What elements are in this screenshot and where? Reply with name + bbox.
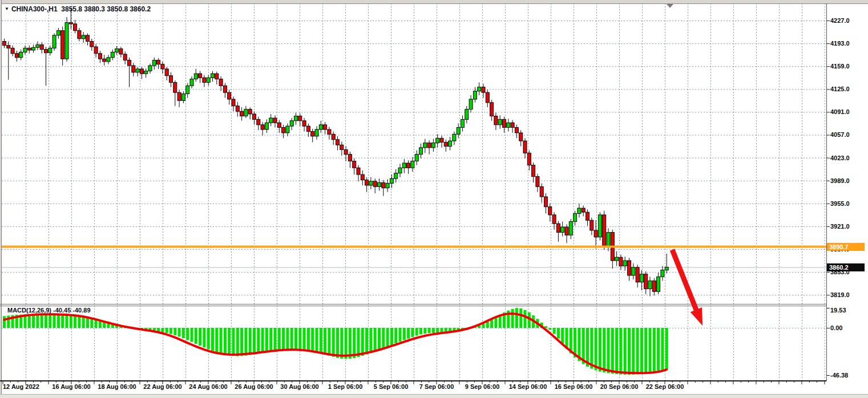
- macd-bar: [349, 328, 352, 359]
- bull-candle: [115, 49, 119, 52]
- bear-candle: [482, 87, 485, 92]
- bull-candle: [378, 182, 381, 186]
- macd-bar: [269, 328, 272, 351]
- bear-candle: [328, 129, 331, 134]
- bull-candle: [390, 178, 393, 183]
- macd-bar: [407, 328, 410, 339]
- macd-bar: [519, 308, 522, 328]
- bear-candle: [503, 119, 506, 127]
- macd-bar: [644, 328, 647, 373]
- macd-bar: [32, 314, 35, 328]
- bear-candle: [3, 42, 6, 46]
- price-tick-label: 3819.0: [830, 291, 867, 299]
- bear-candle: [348, 155, 352, 161]
- bear-candle: [353, 161, 356, 168]
- time-tick-label: 22 Aug 06:00: [137, 383, 188, 390]
- bear-candle: [253, 114, 256, 119]
- bear-candle: [61, 31, 64, 59]
- bull-candle: [269, 118, 273, 123]
- bear-candle: [340, 145, 344, 149]
- bear-candle: [527, 153, 531, 165]
- bull-candle: [640, 274, 643, 282]
- macd-bar: [228, 328, 231, 355]
- bear-candle: [86, 35, 90, 42]
- price-tick-label: 4193.0: [830, 39, 867, 47]
- bear-candle: [128, 60, 131, 66]
- price-tick-label: 3921.0: [830, 222, 867, 230]
- macd-bar: [70, 315, 72, 328]
- bear-candle: [199, 74, 202, 78]
- macd-bar: [78, 316, 80, 328]
- time-tick-label: 16 Sep 06:00: [548, 383, 599, 390]
- macd-bar: [428, 328, 431, 333]
- bull-candle: [473, 91, 477, 99]
- bear-candle: [203, 78, 206, 82]
- bear-candle: [494, 116, 498, 124]
- time-tick-label: 18 Aug 06:00: [91, 383, 143, 390]
- bull-candle: [402, 163, 406, 168]
- bear-candle: [582, 208, 585, 212]
- bear-candle: [336, 140, 340, 145]
- price-tick-label: 4057.0: [830, 131, 867, 139]
- bull-candle: [598, 215, 601, 237]
- chart-shift-triangle-icon[interactable]: [667, 4, 673, 8]
- bear-candle: [590, 220, 594, 230]
- macd-bar: [182, 328, 185, 338]
- price-tick-label: 3955.0: [830, 200, 867, 208]
- macd-bar: [236, 328, 239, 356]
- bear-candle: [440, 138, 443, 142]
- macd-bar: [232, 328, 235, 356]
- macd-bar: [186, 328, 189, 340]
- bull-candle: [136, 69, 139, 72]
- chart-canvas[interactable]: [0, 0, 868, 398]
- bear-candle: [123, 54, 127, 60]
- bull-candle: [244, 109, 248, 116]
- bull-candle: [32, 47, 35, 50]
- bull-candle: [394, 173, 398, 178]
- bull-candle: [507, 123, 510, 127]
- macd-bar: [320, 328, 322, 353]
- bear-candle: [27, 48, 31, 50]
- bear-candle: [540, 186, 543, 197]
- bear-candle: [161, 64, 164, 69]
- bull-candle: [36, 44, 39, 47]
- macd-bar: [419, 328, 422, 334]
- bear-candle: [157, 60, 160, 64]
- bear-candle: [248, 109, 252, 114]
- macd-bar: [298, 328, 301, 349]
- bull-candle: [561, 227, 564, 232]
- bear-candle: [282, 128, 285, 133]
- bear-candle: [556, 224, 560, 232]
- bull-candle: [578, 208, 581, 213]
- macd-bar: [590, 328, 593, 369]
- time-tick-label: 24 Aug 06:00: [183, 383, 234, 390]
- bear-candle: [132, 66, 135, 72]
- macd-bar: [3, 316, 6, 328]
- price-tick-label: 4023.0: [830, 154, 867, 162]
- macd-bar: [511, 309, 514, 328]
- symbol-period-label: CHINA300-,H1: [11, 5, 58, 13]
- macd-bar: [615, 328, 618, 374]
- bull-candle: [49, 48, 52, 52]
- macd-indicator-label: MACD(12,26,9) -40.45 -40.89: [7, 307, 91, 314]
- time-tick-label: 7 Sep 06:00: [411, 383, 462, 390]
- macd-bar: [486, 322, 489, 328]
- bear-candle: [273, 118, 277, 123]
- macd-bar: [548, 328, 551, 330]
- bull-candle: [661, 270, 664, 277]
- candles-layer: [3, 9, 669, 297]
- orange-resistance-line: [2, 246, 826, 248]
- bear-candle: [215, 74, 219, 79]
- macd-tick-label: 0.00: [830, 324, 867, 332]
- bear-candle: [15, 54, 18, 58]
- time-tick-label: 20 Sep 06:00: [594, 383, 645, 390]
- bull-candle: [415, 155, 418, 161]
- macd-bar: [253, 328, 256, 354]
- time-tick-label: 9 Sep 06:00: [457, 383, 508, 390]
- collapse-triangle-icon[interactable]: ▼: [5, 6, 9, 11]
- bear-candle: [177, 92, 181, 100]
- bull-candle: [152, 60, 156, 66]
- bull-candle: [107, 58, 110, 62]
- macd-bar: [632, 328, 635, 375]
- macd-bar: [436, 328, 439, 333]
